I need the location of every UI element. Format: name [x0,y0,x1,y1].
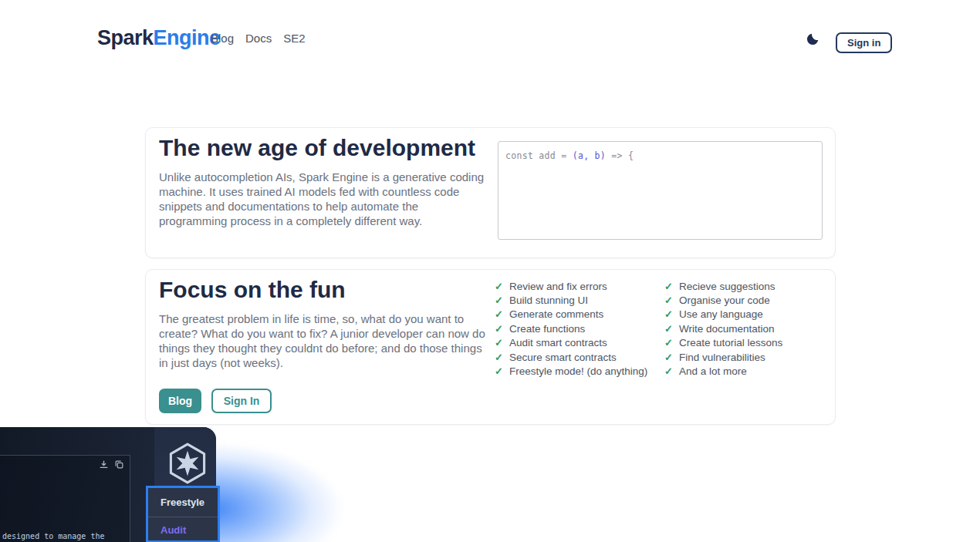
check-icon: ✓ [664,352,673,363]
checklist-item: ✓ Create functions [495,321,647,335]
logo-part-spark: Spark [97,26,154,49]
code-token: const add = [505,150,573,161]
checklist-item-label: Find vulnerabilities [679,352,765,363]
checklist-left: ✓ Review and fix errors ✓ Build stunning… [495,279,647,379]
checklist-item: ✓ Audit smart contracts [495,336,647,350]
moon-icon [805,38,820,49]
code-token: => { [611,150,634,161]
checklist-item-label: Secure smart contracts [509,352,617,363]
checklist-item: ✓ Use any language [664,308,782,321]
checklist-item-label: Organise your code [679,295,770,306]
code-token: (a, b) [573,150,606,161]
dark-mode-toggle[interactable] [805,32,820,47]
section-body: Unlike autocompletion AIs, Spark Engine … [159,170,489,228]
check-icon: ✓ [495,365,503,377]
checklist-item: ✓ Build stunning UI [495,293,647,307]
checklist-item-label: And a lot more [679,365,747,377]
checklist-item: ✓ Generate comments [495,308,647,321]
check-icon: ✓ [664,308,673,320]
checklist-item: ✓ Recieve suggestions [664,279,782,293]
check-icon: ✓ [664,365,673,377]
check-icon: ✓ [664,295,673,306]
mode-menu-item[interactable]: Freestyle [148,488,218,517]
check-icon: ✓ [664,281,673,292]
checklist-item: ✓ Secure smart contracts [495,350,647,364]
check-icon: ✓ [664,323,673,335]
section-focus-fun: Focus on the fun The greatest problem in… [145,269,836,425]
section-new-age: The new age of development Unlike autoco… [145,127,836,258]
check-icon: ✓ [495,295,503,306]
preview-mode-menu: Freestyle Audit [146,486,220,542]
logo[interactable]: SparkEngine [97,26,221,50]
checklist-item-label: Build stunning UI [509,295,588,306]
code-line: designed to manage the [2,531,109,542]
check-icon: ✓ [495,281,503,292]
download-icon[interactable] [99,460,109,470]
checklist-item-label: Generate comments [509,308,603,320]
section-title: The new age of development [159,135,475,161]
checklist-item-label: Audit smart contracts [509,337,607,348]
checklist-item-label: Review and fix errors [509,281,607,292]
checklist-item-label: Write documentation [679,323,775,335]
check-icon: ✓ [495,308,503,320]
blog-button[interactable]: Blog [159,389,201,413]
checklist-right: ✓ Recieve suggestions ✓ Organise your co… [664,279,782,379]
checklist-item: ✓ Review and fix errors [495,279,647,293]
sign-in-button[interactable]: Sign in [836,32,892,53]
nav-link[interactable]: SE2 [283,32,305,45]
nav-link[interactable]: Blog [211,32,234,45]
nav-link[interactable]: Docs [245,32,272,45]
checklist-item-label: Create functions [509,323,585,335]
checklist-item: ✓ Write documentation [664,321,782,335]
checklist-item: ✓ Create tutorial lessons [664,336,782,350]
checklist-item: ✓ And a lot more [664,364,782,378]
checklist-item: ✓ Freestyle mode! (do anything) [495,364,647,378]
checklist-item-label: Create tutorial lessons [679,337,782,348]
section-body: The greatest problem in life is time, so… [159,311,489,370]
preview-code-panel: designed to manage the n-Fungible Tokens… [0,455,130,542]
checklist-item-label: Recieve suggestions [679,281,776,292]
mode-menu-item[interactable]: Audit [148,517,218,542]
check-icon: ✓ [495,337,503,348]
code-editor-preview[interactable]: const add = (a, b) => { [498,141,823,240]
main-nav: Blog Docs SE2 [211,32,306,45]
check-icon: ✓ [495,352,503,363]
checklist-item-label: Use any language [679,308,763,320]
section-title: Focus on the fun [159,277,346,303]
sign-in-button-secondary[interactable]: Sign In [211,389,272,413]
check-icon: ✓ [664,337,673,348]
page: SparkEngine Blog Docs SE2 Sign in The ne… [0,0,980,542]
copy-icon[interactable] [114,460,124,470]
checklist-item: ✓ Find vulnerabilities [664,350,782,364]
spark-hexagon-star-icon [167,443,208,484]
checklist-item-label: Freestyle mode! (do anything) [509,365,647,377]
checklist-item: ✓ Organise your code [664,293,782,307]
check-icon: ✓ [495,323,503,335]
preview-code-text: designed to manage the n-Fungible Tokens… [2,486,109,542]
